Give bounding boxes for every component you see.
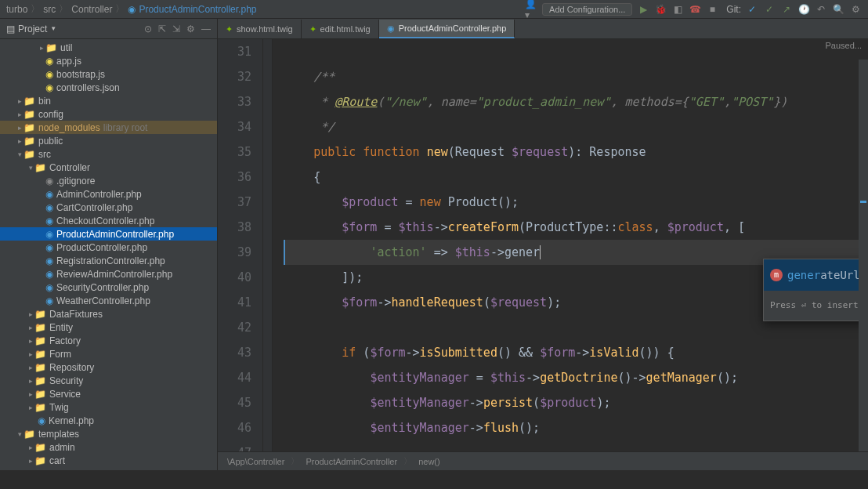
json-file-icon: ◉ [45,82,53,93]
tree-file[interactable]: ◉WeatherController.php [0,294,217,307]
code-editor[interactable]: 3132333435363738394041424344454647 /** *… [218,39,868,451]
tab-show-twig[interactable]: ✦show.html.twig [218,20,302,38]
add-configuration-button[interactable]: Add Configuration... [542,3,632,16]
tree-folder[interactable]: ▸📁public [0,134,217,147]
tree-file-selected[interactable]: ◉ProductAdminController.php [0,227,217,241]
tree-file[interactable]: ◉Kernel.php [0,414,217,427]
tree-folder[interactable]: ▸📁cart [0,454,217,467]
debug-icon[interactable]: 🐞 [654,3,667,16]
tree-folder[interactable]: ▸📁admin [0,440,217,454]
code-content[interactable]: /** * @Route("/new", name="product_admin… [273,39,868,451]
line-gutter: 3132333435363738394041424344454647 [218,39,263,451]
tree-file[interactable]: ◉ReviewAdminController.php [0,267,217,281]
gear-icon[interactable]: ⚙ [186,24,195,34]
tab-edit-twig[interactable]: ✦edit.html.twig [302,20,379,38]
tree-folder[interactable]: ▾📁Controller [0,161,217,174]
collapse-icon[interactable]: ⇲ [172,24,180,34]
crumb-class[interactable]: ProductAdminController [306,457,397,466]
gutter-marks [263,39,273,451]
locate-icon[interactable]: ⊙ [144,24,152,34]
hide-icon[interactable]: — [201,24,211,34]
tree-folder[interactable]: ▸📁Security [0,374,217,387]
tree-file[interactable]: ◉controllers.json [0,81,217,94]
tree-file[interactable]: ◉RegistrationController.php [0,254,217,267]
tree-file[interactable]: ◉app.js [0,54,217,67]
project-sidebar: ▤ Project ▼ ⊙ ⇱ ⇲ ⚙ — ▸📁util ◉app.js ◉bo… [0,19,218,470]
php-file-icon: ◉ [45,255,53,266]
editor-tabs: ✦show.html.twig ✦edit.html.twig ◉Product… [218,19,868,39]
project-tool-button[interactable]: ▤ Project ▼ [6,24,56,34]
revert-icon[interactable]: ↶ [815,3,827,16]
stop-icon[interactable]: ■ [706,3,718,16]
git-push-icon[interactable]: ↗ [780,3,793,16]
js-file-icon: ◉ [45,69,53,80]
top-navigation-bar: turbo 〉 src 〉 Controller 〉 ◉ ProductAdmi… [0,0,868,19]
chevron-right-icon: 〉 [403,455,412,467]
php-file-icon: ◉ [45,269,53,280]
gitignore-icon: ◉ [45,176,53,187]
tree-file[interactable]: ◉bootstrap.js [0,67,217,81]
php-file-icon: ◉ [45,216,53,226]
tree-folder[interactable]: ▸📁Entity [0,321,217,334]
git-update-icon[interactable]: ✓ [746,3,758,16]
breadcrumb: turbo 〉 src 〉 Controller 〉 ◉ ProductAdmi… [6,2,256,16]
tree-folder-node-modules[interactable]: ▸📁node_moduleslibrary root [0,121,217,134]
tree-folder[interactable]: ▸📁Factory [0,334,217,347]
sidebar-header: ▤ Project ▼ ⊙ ⇱ ⇲ ⚙ — [0,19,217,39]
js-file-icon: ◉ [45,56,53,67]
breadcrumb-root[interactable]: turbo [6,4,27,15]
expand-icon[interactable]: ⇱ [158,24,166,34]
twig-file-icon: ✦ [309,24,316,34]
tree-file[interactable]: ◉.gitignore [0,174,217,187]
tab-product-admin[interactable]: ◉ProductAdminController.php [379,20,515,38]
php-file-icon: ◉ [45,229,53,240]
run-icon[interactable]: ▶ [637,3,649,16]
tree-file[interactable]: ◉ProductController.php [0,241,217,254]
tree-folder[interactable]: ▸📁Twig [0,400,217,414]
debug-listen-icon[interactable]: ☎ [689,3,701,16]
git-label: Git: [726,4,741,15]
coverage-icon[interactable]: ◧ [671,3,684,16]
php-file-icon: ◉ [45,282,53,293]
code-completion-popup[interactable]: m generateUrl(route: string, [para… stri… [763,259,868,321]
chevron-right-icon: 〉 [59,2,68,16]
chevron-right-icon: 〉 [31,2,40,16]
php-file-icon: ◉ [45,202,53,213]
marker-bar[interactable] [859,60,868,451]
project-icon: ▤ [6,24,15,34]
tree-file[interactable]: ◉CheckoutController.php [0,214,217,227]
git-commit-icon[interactable]: ✓ [763,3,776,16]
search-icon[interactable]: 🔍 [832,3,844,16]
breadcrumb-folder[interactable]: Controller [71,4,112,15]
crumb-namespace[interactable]: \App\Controller [227,457,284,466]
settings-icon[interactable]: ⚙ [849,3,862,16]
history-icon[interactable]: 🕐 [797,3,810,16]
chevron-right-icon: 〉 [291,455,299,467]
tree-folder[interactable]: ▸📁Repository [0,360,217,374]
php-file-icon: ◉ [45,295,53,306]
user-dropdown-icon[interactable]: 👤▾ [525,3,537,16]
breadcrumb-file[interactable]: ◉ ProductAdminController.php [128,4,256,15]
completion-item[interactable]: m generateUrl(route: string, [para… stri… [764,259,868,291]
crumb-method[interactable]: new() [418,457,440,466]
tree-folder[interactable]: ▸📁util [0,41,217,54]
project-tree: ▸📁util ◉app.js ◉bootstrap.js ◉controller… [0,39,217,470]
twig-file-icon: ✦ [226,24,233,34]
tree-folder[interactable]: ▸📁config [0,107,217,121]
php-file-icon: ◉ [38,415,45,426]
tree-folder[interactable]: ▸📁Service [0,387,217,400]
tree-file[interactable]: ◉SecurityController.php [0,281,217,294]
tree-folder[interactable]: ▸📁DataFixtures [0,307,217,321]
chevron-right-icon: 〉 [115,2,125,16]
tree-folder[interactable]: ▸📁checkout [0,467,217,470]
tree-folder[interactable]: ▾📁templates [0,427,217,440]
editor-area: ✦show.html.twig ✦edit.html.twig ◉Product… [218,19,868,470]
completion-hint: Press ⏎ to insert, → to replace Next Tip… [764,291,868,321]
tree-folder[interactable]: ▸📁bin [0,94,217,107]
breadcrumb-folder[interactable]: src [43,4,56,15]
tree-folder[interactable]: ▾📁src [0,147,217,161]
tree-file[interactable]: ◉CartController.php [0,201,217,214]
tree-folder[interactable]: ▸📁Form [0,347,217,360]
tree-file[interactable]: ◉AdminController.php [0,187,217,201]
method-badge-icon: m [770,269,783,281]
